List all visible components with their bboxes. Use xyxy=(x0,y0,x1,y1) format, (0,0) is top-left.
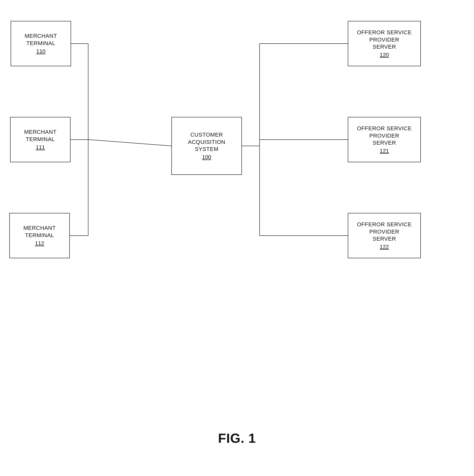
merchant-111-id: 111 xyxy=(36,144,45,151)
server-121-id: 121 xyxy=(380,148,389,154)
merchant-terminal-112: MERCHANTTERMINAL 112 xyxy=(9,213,70,258)
svg-line-4 xyxy=(88,140,171,146)
caption-text: FIG. 1 xyxy=(218,431,256,446)
diagram-area: MERCHANT TERMINAL 110 MERCHANTTERMINAL 1… xyxy=(0,8,474,360)
figure-caption: FIG. 1 xyxy=(218,431,256,446)
server-120-id: 120 xyxy=(380,52,389,58)
cas-id: 100 xyxy=(202,154,211,161)
customer-acquisition-system: CUSTOMERACQUISITIONSYSTEM 100 xyxy=(171,117,242,175)
server-120-label: OFFEROR SERVICEPROVIDERSERVER xyxy=(357,29,412,51)
server-121-label: OFFEROR SERVICEPROVIDERSERVER xyxy=(357,125,412,147)
merchant-112-id: 112 xyxy=(35,240,44,247)
merchant-terminal-111: MERCHANTTERMINAL 111 xyxy=(10,117,71,162)
merchant-terminal-110: MERCHANT TERMINAL 110 xyxy=(11,21,71,66)
merchant-110-id: 110 xyxy=(36,48,46,55)
offeror-server-122: OFFEROR SERVICEPROVIDERSERVER 122 xyxy=(348,213,421,258)
merchant-110-label: MERCHANT TERMINAL xyxy=(11,33,71,47)
cas-label: CUSTOMERACQUISITIONSYSTEM xyxy=(188,131,226,153)
merchant-111-label: MERCHANTTERMINAL xyxy=(24,129,57,143)
merchant-112-label: MERCHANTTERMINAL xyxy=(23,225,56,239)
server-122-id: 122 xyxy=(380,244,389,250)
server-122-label: OFFEROR SERVICEPROVIDERSERVER xyxy=(357,221,412,243)
offeror-server-120: OFFEROR SERVICEPROVIDERSERVER 120 xyxy=(348,21,421,66)
offeror-server-121: OFFEROR SERVICEPROVIDERSERVER 121 xyxy=(348,117,421,162)
